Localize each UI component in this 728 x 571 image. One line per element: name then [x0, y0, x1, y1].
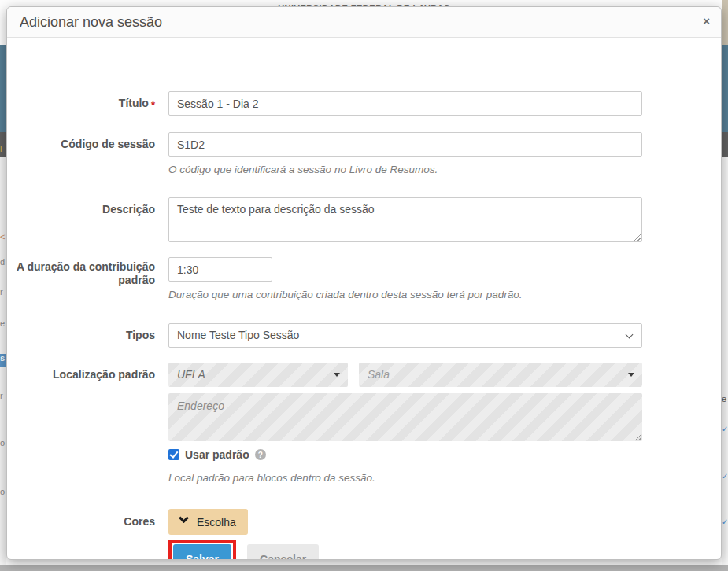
tipos-label: Tipos: [7, 323, 168, 348]
caret-down-icon: [628, 373, 634, 377]
descricao-label: Descrição: [7, 197, 168, 242]
duracao-input[interactable]: [168, 257, 272, 282]
address-placeholder: Endereço: [177, 400, 224, 412]
codigo-row: Código de sessão O código que identifica…: [7, 132, 721, 175]
venue-value: UFLA: [177, 368, 205, 381]
help-icon[interactable]: ?: [255, 449, 266, 460]
escolha-color-button[interactable]: Escolha: [168, 509, 248, 535]
escolha-label: Escolha: [197, 516, 236, 529]
close-icon[interactable]: ×: [703, 14, 710, 28]
tipos-select[interactable]: Nome Teste Tipo Sessão: [168, 323, 642, 348]
dialog-title: Adicionar nova sessão: [20, 14, 162, 31]
background-fragment: o: [0, 488, 6, 496]
address-textarea: Endereço: [168, 393, 642, 441]
background-fragment: e: [722, 395, 728, 403]
caret-down-icon: [334, 373, 340, 377]
resize-handle-icon: [634, 433, 641, 440]
background-left-sliver: l < d r e s r o o: [0, 0, 6, 571]
tipos-selected-value: Nome Teste Tipo Sessão: [177, 329, 299, 341]
duracao-label: A duração da contribuição padrão: [7, 257, 168, 300]
background-fragment: <: [0, 233, 6, 241]
codigo-input[interactable]: [168, 132, 642, 157]
background-band: [0, 0, 6, 45]
dialog-body: Título* Código de sessão O código que id…: [7, 38, 721, 560]
localizacao-help-text: Local padrão para blocos dentro da sessã…: [168, 472, 721, 484]
cores-label: Cores: [7, 503, 168, 535]
background-fragment: d: [0, 258, 6, 267]
localizacao-label: Localização padrão: [7, 363, 168, 484]
cancelar-button[interactable]: Cancelar: [247, 544, 319, 560]
buttons-row: Salvar Cancelar: [7, 540, 721, 560]
titulo-row: Título*: [7, 91, 721, 116]
background-banner-band: [0, 45, 6, 132]
room-placeholder: Sala: [368, 368, 390, 381]
descricao-text: Teste de texto para descrição da sessão: [177, 203, 375, 216]
background-banner-band: [722, 45, 728, 132]
background-fragment: r: [0, 288, 6, 297]
check-icon: ✓: [722, 472, 728, 481]
localizacao-row: Localização padrão UFLA Sala Endereç: [7, 363, 721, 484]
usar-padrao-label: Usar padrão: [185, 448, 249, 461]
codigo-help-text: O código que identificará a sessão no Li…: [168, 164, 721, 175]
usar-padrao-row: Usar padrão ?: [168, 448, 721, 461]
background-fragment: o: [0, 439, 6, 448]
check-icon: ✓: [722, 518, 728, 526]
background-band: [722, 0, 728, 45]
background-fragment: e: [0, 319, 6, 328]
titulo-input[interactable]: [168, 91, 642, 116]
page: UNIVERSIDADE FEDERAL DE LAVRAS l < d r e…: [0, 0, 728, 571]
codigo-label: Código de sessão: [7, 132, 168, 175]
descricao-textarea[interactable]: Teste de texto para descrição da sessão: [168, 197, 642, 242]
background-navbar-band: [722, 132, 728, 157]
chevron-down-icon: [179, 513, 189, 523]
descricao-row: Descrição Teste de texto para descrição …: [7, 197, 721, 242]
duracao-row: A duração da contribuição padrão Duração…: [7, 257, 721, 300]
titulo-label: Título*: [7, 91, 168, 116]
chevron-down-icon: [626, 331, 634, 339]
background-bottom-strip: [0, 565, 728, 571]
background-fragment: r: [0, 392, 6, 400]
background-right-sliver: e ✓ ✓ ✓: [722, 0, 728, 571]
resize-handle-icon[interactable]: [634, 234, 641, 241]
background-fragment: l: [0, 145, 6, 153]
dialog-header: Adicionar nova sessão ×: [7, 7, 721, 38]
salvar-button[interactable]: Salvar: [173, 544, 231, 560]
titulo-label-text: Título: [119, 97, 149, 109]
cores-row: Cores Escolha: [7, 503, 721, 535]
salvar-highlight-annotation: Salvar: [168, 540, 236, 560]
add-session-dialog: Adicionar nova sessão × Título* Código d…: [6, 6, 722, 560]
room-dropdown: Sala: [359, 363, 642, 387]
required-asterisk: *: [151, 99, 155, 111]
background-header-text: UNIVERSIDADE FEDERAL DE LAVRAS: [0, 0, 728, 6]
venue-dropdown: UFLA: [168, 363, 348, 387]
check-icon: ✓: [722, 425, 728, 433]
usar-padrao-checkbox[interactable]: [168, 449, 179, 460]
tipos-row: Tipos Nome Teste Tipo Sessão: [7, 323, 721, 348]
background-fragment: s: [0, 354, 6, 367]
duracao-help-text: Duração que uma contribuição criada dent…: [168, 289, 721, 300]
